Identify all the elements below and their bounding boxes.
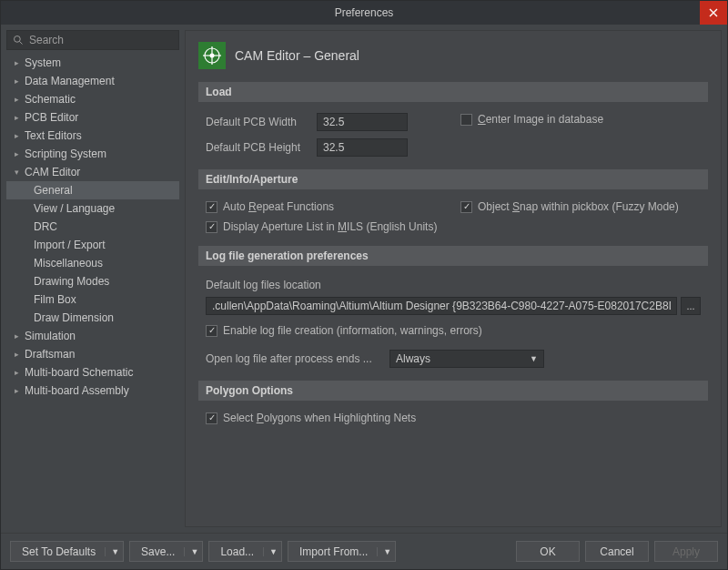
label-enable-log: Enable log file creation (information, w… (223, 324, 482, 337)
tree-item-label: Import / Export (34, 239, 106, 251)
tree-item-label: View / Language (34, 202, 115, 215)
close-icon (709, 8, 718, 17)
tree-item-label: Text Editors (25, 129, 82, 142)
tree-item-label: Miscellaneous (34, 257, 103, 270)
tree-item-label: Drawing Modes (34, 275, 109, 288)
tree-item-system[interactable]: ▸System (6, 54, 179, 72)
tree-item-label: Draw Dimension (34, 311, 114, 324)
cancel-button[interactable]: Cancel (585, 541, 649, 562)
tree-arrow-icon: ▸ (12, 350, 21, 359)
load-button[interactable]: Load...▼ (208, 541, 282, 562)
chevron-down-icon: ▼ (184, 547, 198, 556)
tree-arrow-icon: ▸ (12, 113, 21, 122)
tree-item-label: Film Box (34, 293, 76, 306)
tree-item-import-export[interactable]: Import / Export (6, 236, 179, 254)
tree-arrow-icon: ▸ (12, 386, 21, 395)
tree-item-label: Draftsman (25, 348, 75, 361)
label-mils: Display Aperture List in MILS (English U… (223, 220, 437, 233)
tree-item-drc[interactable]: DRC (6, 218, 179, 236)
input-pcb-width[interactable] (317, 113, 408, 131)
tree-item-data-management[interactable]: ▸Data Management (6, 72, 179, 90)
save-button[interactable]: Save...▼ (129, 541, 203, 562)
tree-item-label: Simulation (25, 330, 76, 342)
chevron-down-icon: ▼ (263, 547, 278, 556)
ok-button[interactable]: OK (516, 541, 580, 562)
search-input[interactable] (29, 34, 173, 46)
titlebar: Preferences (1, 1, 727, 25)
tree-item-label: Data Management (25, 75, 115, 87)
tree-item-label: PCB Editor (25, 111, 78, 124)
sidebar: ▸System▸Data Management▸Schematic▸PCB Ed… (6, 30, 179, 527)
checkbox-mils[interactable] (206, 221, 217, 233)
tree-item-general[interactable]: General (6, 181, 179, 199)
preferences-window: Preferences ▸System▸Data Management▸Sche… (0, 0, 728, 570)
tree-item-miscellaneous[interactable]: Miscellaneous (6, 254, 179, 272)
tree-item-label: Scripting System (25, 148, 106, 160)
label-open-log: Open log file after process ends ... (206, 352, 379, 365)
tree-item-film-box[interactable]: Film Box (6, 290, 179, 309)
section-log: Log file generation preferences (198, 246, 708, 266)
tree-arrow-icon: ▸ (12, 95, 21, 104)
close-button[interactable] (700, 1, 727, 25)
tree-arrow-icon: ▸ (12, 58, 21, 67)
checkbox-select-polygons[interactable] (206, 412, 217, 424)
body: ▸System▸Data Management▸Schematic▸PCB Ed… (1, 25, 727, 533)
tree-arrow-icon: ▸ (12, 76, 21, 86)
tree-item-text-editors[interactable]: ▸Text Editors (6, 127, 179, 145)
tree-item-label: Schematic (25, 93, 76, 106)
section-load: Load (198, 82, 708, 102)
apply-button[interactable]: Apply (654, 541, 718, 562)
window-title: Preferences (335, 6, 394, 19)
svg-point-0 (15, 36, 21, 43)
page-title: CAM Editor – General (235, 48, 359, 63)
chevron-down-icon: ▼ (105, 547, 119, 556)
input-pcb-height[interactable] (317, 138, 408, 157)
label-pcb-height: Default PCB Height (206, 141, 306, 154)
select-open-log[interactable]: Always ▼ (389, 350, 544, 368)
tree-item-draw-dimension[interactable]: Draw Dimension (6, 309, 179, 327)
svg-point-5 (210, 54, 215, 58)
chevron-down-icon: ▼ (377, 547, 391, 556)
tree-item-label: CAM Editor (25, 166, 80, 178)
chevron-down-icon: ▼ (530, 354, 538, 363)
tree-item-label: Multi-board Schematic (25, 366, 133, 379)
checkbox-enable-log[interactable] (206, 325, 217, 337)
tree-item-label: Multi-board Assembly (25, 384, 129, 397)
label-auto-repeat: Auto Repeat Functions (223, 200, 334, 213)
tree-item-cam-editor[interactable]: ▾CAM Editor (6, 163, 179, 181)
import-button[interactable]: Import From...▼ (288, 541, 396, 562)
main-panel: CAM Editor – General Load Default PCB Wi… (185, 30, 722, 527)
select-open-log-value: Always (396, 352, 430, 365)
tree-item-scripting-system[interactable]: ▸Scripting System (6, 145, 179, 163)
tree-item-drawing-modes[interactable]: Drawing Modes (6, 272, 179, 290)
svg-line-1 (20, 42, 23, 45)
tree-item-multi-board-assembly[interactable]: ▸Multi-board Assembly (6, 382, 179, 400)
tree-item-label: DRC (34, 220, 57, 233)
tree-item-label: General (34, 184, 73, 197)
checkbox-center-image[interactable] (460, 114, 472, 126)
checkbox-object-snap[interactable] (460, 201, 472, 213)
tree-item-schematic[interactable]: ▸Schematic (6, 90, 179, 108)
set-defaults-button[interactable]: Set To Defaults▼ (10, 541, 124, 562)
tree-arrow-icon: ▸ (12, 149, 21, 158)
input-log-location[interactable] (206, 297, 677, 315)
section-edit: Edit/Info/Aperture (198, 169, 708, 189)
checkbox-auto-repeat[interactable] (206, 201, 217, 213)
label-object-snap: Object Snap within pickbox (Fuzzy Mode) (478, 200, 679, 213)
label-log-location: Default log files location (198, 273, 708, 295)
label-select-polygons: Select Polygons when Highlighting Nets (223, 412, 416, 424)
tree-item-pcb-editor[interactable]: ▸PCB Editor (6, 108, 179, 127)
tree-arrow-icon: ▸ (12, 331, 21, 341)
tree-arrow-icon: ▸ (12, 368, 21, 377)
tree-item-view-language[interactable]: View / Language (6, 199, 179, 218)
tree-item-simulation[interactable]: ▸Simulation (6, 327, 179, 345)
search-icon (13, 35, 24, 46)
page-header: CAM Editor – General (198, 42, 708, 69)
search-box[interactable] (6, 30, 179, 50)
tree-item-draftsman[interactable]: ▸Draftsman (6, 345, 179, 363)
browse-button[interactable]: ... (681, 297, 701, 315)
footer: Set To Defaults▼ Save...▼ Load...▼ Impor… (1, 533, 727, 569)
tree-arrow-icon: ▸ (12, 131, 21, 140)
tree-item-multi-board-schematic[interactable]: ▸Multi-board Schematic (6, 363, 179, 382)
label-pcb-width: Default PCB Width (206, 116, 306, 128)
